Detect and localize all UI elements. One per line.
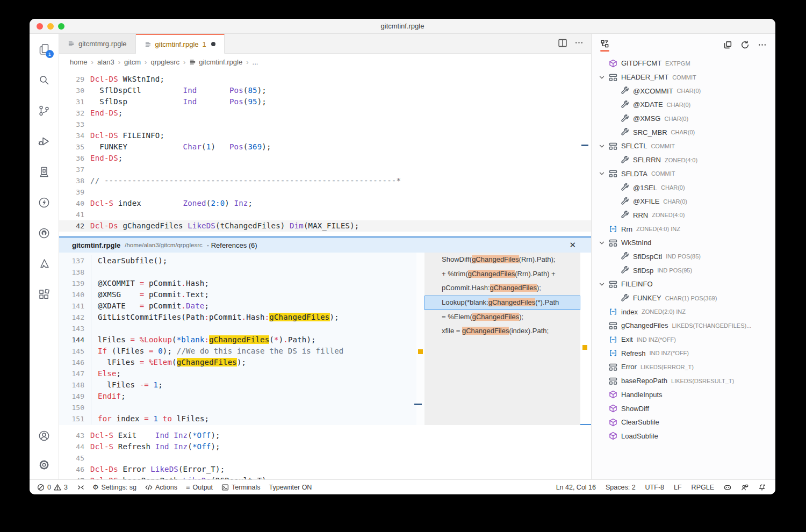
- outline-item-funkey[interactable]: FUNKEYCHAR(1) POS(369): [592, 291, 775, 305]
- status-eol[interactable]: LF: [674, 484, 682, 491]
- status-output[interactable]: ≡Output: [186, 483, 213, 491]
- outline-item-rrn[interactable]: RrnZONED(4:0) INZ: [592, 222, 775, 236]
- outline-item-refresh[interactable]: RefreshIND INZ(*OFF): [592, 346, 775, 360]
- code-line-140[interactable]: 140@XMSG = pCommit.Text;: [59, 289, 416, 300]
- explorer-icon[interactable]: 1: [30, 34, 59, 64]
- outline-item-gchangedfiles[interactable]: gChangedFilesLIKEDS(TCHANGEDFILES)...: [592, 319, 775, 333]
- code-line-44[interactable]: 44Dcl-S Refresh Ind Inz(*Off);: [59, 441, 591, 452]
- modified-dot-icon[interactable]: [211, 42, 215, 46]
- code-line-148[interactable]: 148 lFiles -= 1;: [59, 379, 416, 391]
- outline-item-sflrrn[interactable]: SFLRRNZONED(4:0): [592, 153, 775, 167]
- reference-item-4[interactable]: Lookup(*blank:gChangedFiles(*).Path: [424, 296, 580, 310]
- code-line-150[interactable]: 150: [59, 402, 416, 413]
- status-cursor-position[interactable]: Ln 42, Col 16: [556, 484, 596, 491]
- code-line-34[interactable]: 34Dcl-DS FILEINFO;: [59, 130, 591, 141]
- outline-item-clearsubfile[interactable]: ClearSubfile: [592, 415, 775, 429]
- code-line-40[interactable]: 40Dcl-S index Zoned(2:0) Inz;: [59, 198, 591, 209]
- power-actions-icon[interactable]: [30, 187, 59, 218]
- reference-item-1[interactable]: ShowDiff(gChangedFiles(Rrn).Path);: [424, 253, 580, 267]
- chevron-down-icon[interactable]: [598, 281, 609, 288]
- outline-more-actions-icon[interactable]: [758, 40, 767, 49]
- outline-item-gitdffcmt[interactable]: GITDFFCMTEXTPGM: [592, 56, 775, 70]
- github-icon[interactable]: [30, 218, 59, 248]
- outline-item-header-fmt[interactable]: HEADER_FMTCOMMIT: [592, 70, 775, 84]
- chevron-down-icon[interactable]: [598, 74, 609, 81]
- code-line-43[interactable]: 43Dcl-S Exit Ind Inz(*Off);: [59, 430, 591, 441]
- code-line-143[interactable]: 143: [59, 323, 416, 334]
- code-line-30[interactable]: 30 SflDspCtl Ind Pos(85);: [59, 85, 591, 96]
- tab-gitcmtmrg.rpgle[interactable]: gitcmtmrg.rpgle: [59, 34, 136, 53]
- code-line-45[interactable]: 45: [59, 452, 591, 464]
- code-line-36[interactable]: 36End-DS;: [59, 153, 591, 164]
- reference-item-3[interactable]: pCommit.Hash:gChangedFiles);: [424, 281, 580, 296]
- azure-icon[interactable]: [30, 248, 59, 279]
- code-line-137[interactable]: 137ClearSubfile();: [59, 255, 416, 267]
- tab-gitcmtinf.rpgle[interactable]: gitcmtinf.rpgle1: [136, 34, 225, 54]
- code-line-37[interactable]: 37: [59, 164, 591, 175]
- status-actions[interactable]: Actions: [145, 484, 177, 491]
- outline-view-icon[interactable]: [600, 39, 609, 51]
- outline-item--1sel[interactable]: @1SELCHAR(0): [592, 181, 775, 195]
- code-line-32[interactable]: 32End-DS;: [59, 107, 591, 119]
- outline-item-src-mbr[interactable]: SRC_MBRCHAR(0): [592, 125, 775, 139]
- breadcrumb-item-alan3[interactable]: alan3: [97, 58, 114, 66]
- outline-item-exit[interactable]: ExitIND INZ(*OFF): [592, 333, 775, 347]
- outline-item-rrn[interactable]: RRNZONED(4:0): [592, 209, 775, 222]
- extensions-icon[interactable]: [30, 279, 59, 310]
- code-editor[interactable]: 29Dcl-DS WkStnInd;30 SflDspCtl Ind Pos(8…: [59, 70, 591, 479]
- code-line-141[interactable]: 141@XDATE = pCommit.Date;: [59, 300, 416, 312]
- code-line-41[interactable]: 41: [59, 209, 591, 220]
- status-typewriter[interactable]: Typewriter ON: [269, 484, 312, 491]
- code-line-149[interactable]: 149Endif;: [59, 391, 416, 402]
- outline-item-loadsubfile[interactable]: LoadSubfile: [592, 429, 775, 443]
- duplicate-icon[interactable]: [723, 40, 732, 49]
- accounts-icon[interactable]: [30, 421, 59, 450]
- outline-item-handleinputs[interactable]: HandleInputs: [592, 388, 775, 402]
- peek-scrollbar[interactable]: [416, 253, 424, 425]
- run-and-debug-icon[interactable]: [30, 126, 59, 156]
- outline-item-sfldta[interactable]: SFLDTACOMMIT: [592, 167, 775, 181]
- manage-icon[interactable]: [30, 450, 59, 479]
- outline-item-fileinfo[interactable]: FILEINFO: [592, 277, 775, 291]
- status-problems[interactable]: 03: [37, 484, 68, 491]
- code-line-35[interactable]: 35 FUNKEY Char(1) Pos(369);: [59, 141, 591, 153]
- chevron-down-icon[interactable]: [598, 239, 609, 247]
- status-connection[interactable]: [76, 484, 84, 491]
- code-line-139[interactable]: 139@XCOMMIT = pCommit.Hash;: [59, 278, 416, 289]
- code-line-33[interactable]: 33: [59, 119, 591, 130]
- editor-more-actions-icon[interactable]: [574, 38, 584, 49]
- outline-item-index[interactable]: indexZONED(2:0) INZ: [592, 305, 775, 319]
- code-line-151[interactable]: 151for index = 1 to lFiles;: [59, 413, 416, 425]
- outline-item-showdiff[interactable]: ShowDiff: [592, 401, 775, 415]
- code-line-39[interactable]: 39: [59, 186, 591, 198]
- status-language-mode[interactable]: RPGLE: [692, 484, 714, 491]
- chevron-down-icon[interactable]: [598, 142, 609, 150]
- outline-item--xdate[interactable]: @XDATECHAR(0): [592, 98, 775, 112]
- reference-item-5[interactable]: = %Elem(gChangedFiles);: [424, 310, 580, 325]
- status-terminals[interactable]: Terminals: [221, 484, 261, 491]
- code-line-144[interactable]: 144lFiles = %Lookup(*blank:gChangedFiles…: [59, 334, 416, 346]
- code-line-145[interactable]: 145If (lFiles = 0); //We do this incase …: [59, 346, 416, 357]
- source-control-icon[interactable]: [30, 95, 59, 126]
- status-encoding[interactable]: UTF-8: [645, 484, 664, 491]
- ibmi-server-icon[interactable]: [30, 156, 59, 187]
- status-feedback[interactable]: [741, 484, 749, 491]
- status-settings[interactable]: ⚙Settings: sg: [92, 483, 136, 491]
- outline-item--xmsg[interactable]: @XMSGCHAR(0): [592, 112, 775, 126]
- status-notifications[interactable]: [758, 484, 766, 491]
- breadcrumb-item-home[interactable]: home: [70, 58, 88, 66]
- chevron-down-icon[interactable]: [598, 170, 609, 177]
- split-editor-icon[interactable]: [558, 38, 567, 49]
- outline-item-sflctl[interactable]: SFLCTLCOMMIT: [592, 139, 775, 153]
- status-indentation[interactable]: Spaces: 2: [606, 484, 636, 491]
- search-icon[interactable]: [30, 64, 59, 95]
- code-line-147[interactable]: 147Else;: [59, 368, 416, 379]
- outline-item-sfldspctl[interactable]: SflDspCtlIND POS(85): [592, 250, 775, 264]
- outline-item-baserepopath[interactable]: baseRepoPathLIKEDS(DSRESULT_T): [592, 374, 775, 388]
- code-line-146[interactable]: 146 lFiles = %Elem(gChangedFiles);: [59, 357, 416, 368]
- code-line-142[interactable]: 142GitListCommitFiles(Path:pCommit.Hash:…: [59, 312, 416, 323]
- outline-item--xfile[interactable]: @XFILECHAR(0): [592, 195, 775, 209]
- code-line-47[interactable]: 47Dcl-DS baseRepoPath LikeDs(DSResult_T)…: [59, 475, 591, 479]
- breadcrumb-item-qrpglesrc[interactable]: qrpglesrc: [150, 58, 179, 66]
- code-line-29[interactable]: 29Dcl-DS WkStnInd;: [59, 74, 591, 85]
